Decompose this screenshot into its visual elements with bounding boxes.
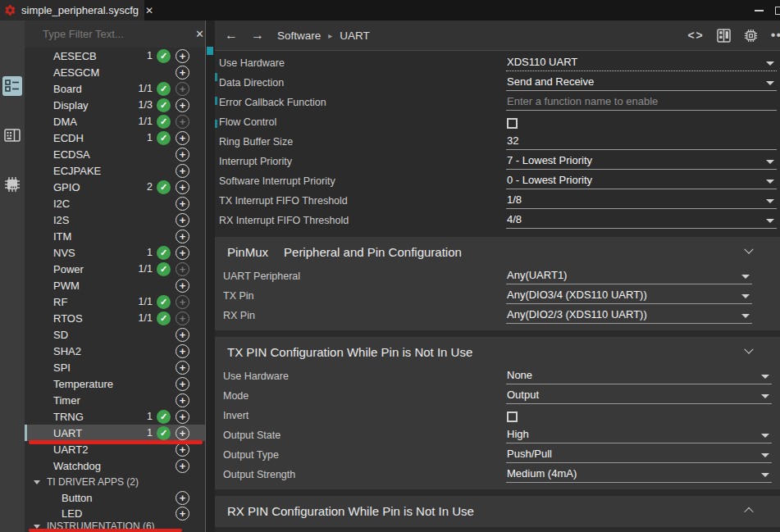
add-module-button: + [176,295,189,309]
dropdown-use-hardware[interactable]: XDS110 UART [506,54,777,71]
add-module-button[interactable]: + [176,344,189,358]
add-module-button[interactable]: + [176,148,189,161]
sidebar-item-gpio[interactable]: GPIO 2 ✓ + [25,179,205,195]
dropdown-uart-peripheral[interactable]: Any(UART1) [506,267,752,284]
sidebar-item-timer[interactable]: Timer + [25,392,205,408]
section-header[interactable]: PinMux Peripheral and Pin Configuration [215,237,780,266]
sidebar-item-aesecb[interactable]: AESECB 1 ✓ + [25,48,205,64]
sidebar-item-ecdsa[interactable]: ECDSA + [25,146,205,162]
dropdown-use-hardware[interactable]: None [506,367,772,384]
sidebar-item-aesgcm[interactable]: AESGCM + [25,64,205,80]
dropdown-rx-pin[interactable]: Any(DIO2/3 (XDS110 UART)) [506,307,752,324]
add-module-button[interactable]: + [176,66,189,80]
clear-filter-icon[interactable]: ✕ [195,28,204,40]
add-module-button[interactable]: + [176,180,189,194]
module-label: Temperature [53,378,113,390]
add-module-button[interactable]: + [176,164,189,178]
dropdown-output-strength[interactable]: Medium (4mA) [506,466,772,483]
add-module-button[interactable]: + [176,279,189,293]
minimize-button[interactable] [755,10,764,11]
add-module-button[interactable]: + [176,491,189,505]
software-view-button[interactable] [2,76,22,96]
section-header[interactable]: TX PIN Configuration While Pin is Not In… [215,337,780,366]
sidebar-item-board[interactable]: Board 1/1 ✓ + [25,80,205,97]
maximize-button[interactable] [775,7,780,15]
form-row: Output Strength Medium (4mA) [215,465,780,484]
dropdown-tx-interrupt-fifo-threshold[interactable]: 1/8 [506,192,777,209]
sidebar-group-instrumentation-6[interactable]: INSTRUMENTATION (6) [25,518,205,532]
filter-input[interactable] [43,28,187,40]
add-module-button[interactable]: + [176,377,189,391]
board-view-icon[interactable] [717,29,731,43]
add-module-button[interactable]: + [176,328,189,342]
sidebar-item-dma[interactable]: DMA 1/1 ✓ + [25,113,205,130]
dropdown-rx-interrupt-fifo-threshold[interactable]: 4/8 [506,211,777,229]
add-module-button[interactable]: + [176,459,189,473]
add-module-button[interactable]: + [176,246,189,260]
input-value: 32 [507,134,518,147]
device-view-button[interactable] [2,125,22,145]
back-arrow-icon[interactable]: ← [225,28,238,43]
dropdown-mode[interactable]: Output [506,387,772,404]
checkbox-flow-control[interactable] [507,118,518,129]
sidebar-item-ecdh[interactable]: ECDH 1 ✓ + [25,130,205,146]
dropdown-output-type[interactable]: Push/Pull [506,446,772,463]
dropdown-tx-pin[interactable]: Any(DIO3/4 (XDS110 UART)) [506,287,752,304]
add-module-button[interactable]: + [176,426,189,440]
dropdown-value: 1/8 [507,193,522,206]
module-configured-icon: ✓ [157,82,171,96]
sidebar-item-watchdog[interactable]: Watchdog + [25,457,205,474]
add-module-button[interactable]: + [176,230,189,243]
sidebar-item-trng[interactable]: TRNG 1 ✓ + [25,408,205,425]
scrollbar-thumb[interactable] [207,47,213,55]
sidebar-item-i2c[interactable]: I2C + [25,195,205,211]
sidebar-item-spi[interactable]: SPI + [25,359,205,375]
dropdown-interrupt-priority[interactable]: 7 - Lowest Priority [506,152,777,170]
sidebar-group-ti-driver-apps-2[interactable]: TI DRIVER APPS (2) [25,474,205,490]
show-code-icon[interactable]: <> [687,29,704,42]
add-module-button[interactable]: + [176,410,189,424]
dropdown-software-interrupt-priority[interactable]: 0 - Lowest Priority [506,172,777,189]
sidebar-item-pwm[interactable]: PWM + [25,277,205,293]
forward-arrow-icon[interactable]: → [251,28,264,43]
sidebar-item-itm[interactable]: ITM + [25,228,205,244]
add-module-button[interactable]: + [176,49,189,63]
input-ring-buffer-size[interactable]: 32 [506,133,777,150]
sidebar-item-button[interactable]: Button + [25,490,205,506]
add-module-button[interactable]: + [176,213,189,227]
sidebar-item-i2s[interactable]: I2S + [25,211,205,228]
dropdown-arrow-icon [761,473,769,477]
sidebar-item-rtos[interactable]: RTOS 1/1 ✓ + [25,310,205,326]
device-chip-icon[interactable] [743,28,759,43]
module-label: AESGCM [53,66,99,79]
dropdown-output-state[interactable]: High [506,426,772,443]
add-module-button[interactable]: + [176,131,189,145]
breadcrumb-page[interactable]: UART [340,30,370,42]
sidebar-item-sha2[interactable]: SHA2 + [25,343,205,359]
sidebar-item-power[interactable]: Power 1/1 ✓ + [25,261,205,277]
sidebar-item-temperature[interactable]: Temperature + [25,375,205,392]
scrollbar-track[interactable] [206,20,215,532]
more-menu-icon[interactable]: •• [771,28,780,43]
breadcrumb-section[interactable]: Software [277,30,321,42]
add-module-button[interactable]: + [176,443,189,457]
sidebar-item-ecjpake[interactable]: ECJPAKE + [25,162,205,179]
sidebar-item-display[interactable]: Display 1/3 ✓ + [25,97,205,113]
sidebar-item-sd[interactable]: SD + [25,326,205,343]
dropdown-data-direction[interactable]: Send and Receive [506,74,777,91]
add-module-button[interactable]: + [176,197,189,211]
section-header[interactable]: RX PIN Configuration While Pin is Not In… [215,496,780,525]
input-error-callback-function[interactable]: Enter a function name to enable [506,93,777,111]
file-tab[interactable]: simple_peripheral.syscfg ✕ [0,0,144,20]
close-tab-icon[interactable]: ✕ [145,5,153,16]
add-module-button[interactable]: + [176,361,189,375]
sidebar-item-nvs[interactable]: NVS 1 ✓ + [25,244,205,261]
sidebar-item-uart[interactable]: UART 1 ✓ + [25,425,205,441]
sidebar-item-rf[interactable]: RF 1/1 ✓ + [25,293,205,310]
add-module-button[interactable]: + [176,98,189,112]
form-row: Output Type Push/Pull [215,445,780,465]
add-module-button[interactable]: + [176,393,189,407]
checkbox-invert[interactable] [507,412,518,422]
chip-view-button[interactable] [2,175,22,194]
view-rail [0,20,25,532]
